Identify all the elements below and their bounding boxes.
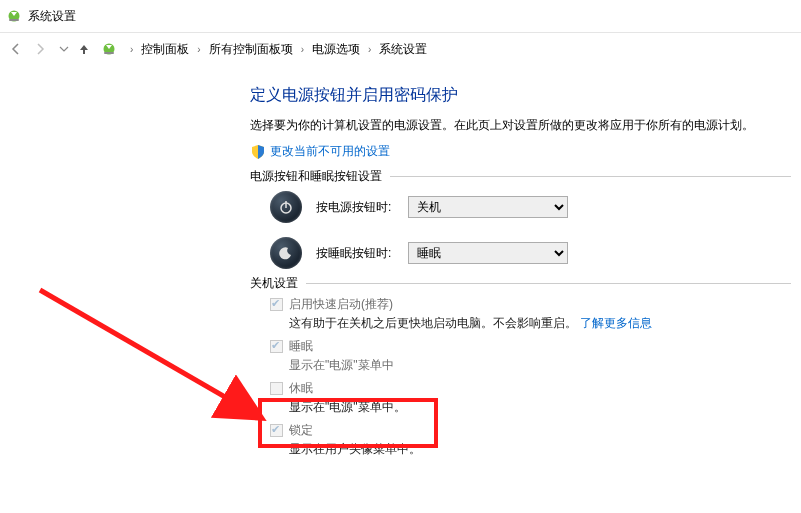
button-settings-legend: 电源按钮和睡眠按钮设置	[250, 168, 390, 185]
lock-checkbox	[270, 424, 283, 437]
power-button-label: 按电源按钮时:	[316, 199, 408, 216]
lock-sub: 显示在用户头像菜单中。	[289, 441, 791, 458]
svg-line-6	[40, 290, 258, 416]
sleep-button-row: 按睡眠按钮时: 睡眠	[270, 237, 791, 269]
fast-startup-checkbox	[270, 298, 283, 311]
page-heading: 定义电源按钮并启用密码保护	[250, 85, 791, 106]
page-description: 选择要为你的计算机设置的电源设置。在此页上对设置所做的更改将应用于你所有的电源计…	[250, 116, 791, 135]
nav-forward-button[interactable]	[30, 39, 50, 59]
navbar: › 控制面板 › 所有控制面板项 › 电源选项 › 系统设置	[0, 33, 801, 65]
lock-block: 锁定 显示在用户头像菜单中。	[270, 422, 791, 458]
sleep-block: 睡眠 显示在"电源"菜单中	[270, 338, 791, 374]
window-title: 系统设置	[28, 8, 76, 25]
power-button-action-select[interactable]: 关机	[408, 196, 568, 218]
breadcrumb[interactable]: › 控制面板 › 所有控制面板项 › 电源选项 › 系统设置	[124, 41, 795, 58]
sleep-icon	[270, 237, 302, 269]
svg-rect-1	[9, 19, 19, 21]
button-settings-section: 电源按钮和睡眠按钮设置 按电源按钮时: 关机 按睡眠按钮时: 睡眠	[250, 176, 791, 269]
crumb-all-items[interactable]: 所有控制面板项	[207, 41, 295, 58]
sleep-button-label: 按睡眠按钮时:	[316, 245, 408, 262]
path-power-icon	[100, 40, 118, 58]
recent-locations-chevron-icon[interactable]	[54, 39, 74, 59]
hibernate-label: 休眠	[289, 380, 313, 397]
hibernate-sub: 显示在"电源"菜单中。	[289, 399, 791, 416]
crumb-power-options[interactable]: 电源选项	[310, 41, 362, 58]
power-button-row: 按电源按钮时: 关机	[270, 191, 791, 223]
chevron-right-icon: ›	[124, 44, 139, 55]
power-options-icon	[6, 8, 22, 24]
lock-label: 锁定	[289, 422, 313, 439]
svg-rect-3	[104, 52, 114, 54]
learn-more-link[interactable]: 了解更多信息	[580, 316, 652, 330]
sleep-button-action-select[interactable]: 睡眠	[408, 242, 568, 264]
fast-startup-description: 这有助于在关机之后更快地启动电脑。不会影响重启。	[289, 316, 577, 330]
shutdown-settings-legend: 关机设置	[250, 275, 306, 292]
sleep-checkbox	[270, 340, 283, 353]
crumb-system-settings[interactable]: 系统设置	[377, 41, 429, 58]
fast-startup-label: 启用快速启动(推荐)	[289, 296, 393, 313]
nav-up-button[interactable]	[74, 39, 94, 59]
change-settings-row: 更改当前不可用的设置	[250, 143, 791, 160]
shutdown-settings-section: 关机设置 启用快速启动(推荐) 这有助于在关机之后更快地启动电脑。不会影响重启。…	[250, 283, 791, 458]
hibernate-checkbox	[270, 382, 283, 395]
sleep-sub: 显示在"电源"菜单中	[289, 357, 791, 374]
fast-startup-sub: 这有助于在关机之后更快地启动电脑。不会影响重启。 了解更多信息	[289, 315, 791, 332]
power-icon	[270, 191, 302, 223]
change-unavailable-settings-link[interactable]: 更改当前不可用的设置	[270, 143, 390, 160]
chevron-right-icon: ›	[362, 44, 377, 55]
fast-startup-block: 启用快速启动(推荐) 这有助于在关机之后更快地启动电脑。不会影响重启。 了解更多…	[270, 296, 791, 332]
titlebar: 系统设置	[0, 0, 801, 33]
crumb-control-panel[interactable]: 控制面板	[139, 41, 191, 58]
main-content: 定义电源按钮并启用密码保护 选择要为你的计算机设置的电源设置。在此页上对设置所做…	[250, 85, 791, 472]
uac-shield-icon	[250, 144, 266, 160]
nav-back-button[interactable]	[6, 39, 26, 59]
chevron-right-icon: ›	[191, 44, 206, 55]
hibernate-block: 休眠 显示在"电源"菜单中。	[270, 380, 791, 416]
chevron-right-icon: ›	[295, 44, 310, 55]
sleep-label: 睡眠	[289, 338, 313, 355]
